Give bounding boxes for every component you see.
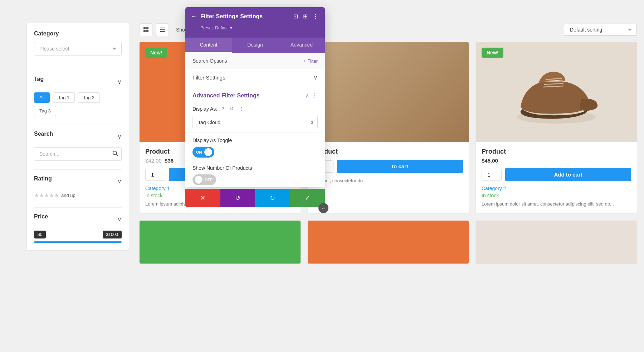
display-as-toggle[interactable]: ON: [192, 147, 214, 158]
price-badges: $0 $1000: [34, 231, 122, 238]
filter-settings-label: Filter Settings: [192, 74, 225, 81]
product-info-3: Product $45.00 Add to cart Category 2 In…: [476, 142, 637, 213]
product-image-2: [308, 42, 469, 142]
panel-body: Search Options + Filter Filter Settings …: [185, 53, 325, 187]
svg-rect-3: [146, 27, 148, 29]
product-desc-2: sit amet, consectetur do...: [313, 177, 463, 184]
advanced-filter-title: Advanced Filter Settings: [192, 92, 260, 99]
sidebar-divider-2: [34, 125, 122, 125]
display-as-select[interactable]: Tag Cloud List Dropdown: [192, 116, 318, 129]
svg-rect-5: [146, 30, 148, 32]
tag-2-button[interactable]: Tag 2: [78, 92, 100, 103]
rating-title: Rating: [34, 175, 52, 182]
panel-header: ← Filter Settings Settings ⊡ ⊞ ⋮: [185, 7, 325, 25]
tag-buttons: All Tag 1 Tag 2 Tag 3: [34, 92, 122, 116]
price-min-badge: $0: [34, 231, 46, 238]
rating-section-header: Rating ∨: [34, 175, 122, 187]
display-as-toggle-label: Display As Toggle: [192, 138, 318, 143]
show-number-label: Show Number Of Products: [192, 165, 318, 171]
product-name-2: Product: [313, 148, 463, 155]
rating-chevron-icon[interactable]: ∨: [117, 178, 122, 185]
display-as-label: Display As: ? ↺ ⋮: [192, 105, 318, 112]
panel-preset-label[interactable]: Preset: Default ▾: [200, 25, 319, 33]
search-title: Search: [34, 131, 53, 137]
category-title: Category: [34, 30, 122, 37]
qty-input-3[interactable]: [482, 169, 502, 181]
rating-row: ★★★★★ and up: [34, 192, 122, 199]
settings-panel: ← Filter Settings Settings ⊡ ⊞ ⋮ Preset:…: [185, 7, 325, 187]
product-card-6: [476, 221, 637, 264]
list-view-button[interactable]: [156, 23, 169, 36]
price-new-3: $45.00: [482, 158, 498, 164]
product-image-wrap-2: [308, 42, 469, 142]
tag-1-button[interactable]: Tag 1: [53, 92, 75, 103]
display-as-reset-icon[interactable]: ↺: [228, 105, 235, 112]
tab-design[interactable]: Design: [232, 38, 278, 53]
product-grid-row-2: [140, 221, 637, 264]
product-category-3[interactable]: Category 2: [482, 185, 631, 191]
qty-cart-row-3: Add to cart: [482, 168, 631, 181]
product-card-3: New! Product $45.00 Add to cart Category…: [476, 42, 637, 213]
sort-select[interactable]: Default sorting Sort by popularity Sort …: [564, 24, 637, 36]
display-as-more-icon[interactable]: ⋮: [238, 105, 245, 112]
add-to-cart-button-2[interactable]: to cart: [337, 160, 463, 173]
search-input-wrap: [34, 147, 122, 161]
tag-title: Tag: [34, 76, 44, 82]
tag-3-button[interactable]: Tag 3: [34, 106, 56, 116]
grid-view-button[interactable]: [140, 23, 152, 36]
product-image-wrap-6: [476, 221, 637, 264]
advanced-filter-dots-icon[interactable]: ⋮: [312, 92, 318, 99]
price-new-1: $38: [165, 158, 174, 164]
toggle-on-text: ON: [196, 150, 202, 154]
search-input[interactable]: [34, 147, 122, 161]
product-image-5: [308, 221, 469, 264]
panel-undo-button[interactable]: ↺: [220, 189, 255, 207]
filter-settings-row[interactable]: Filter Settings ∨: [185, 69, 325, 86]
display-as-select-wrap: Tag Cloud List Dropdown ⇕: [192, 116, 318, 129]
price-section-header: Price ∨: [34, 213, 122, 225]
svg-rect-8: [160, 31, 165, 32]
svg-line-1: [116, 154, 118, 156]
tag-chevron-icon[interactable]: ∨: [117, 78, 122, 85]
svg-rect-6: [160, 28, 165, 28]
panel-cancel-button[interactable]: ✕: [185, 189, 220, 207]
price-chevron-icon[interactable]: ∨: [117, 216, 122, 223]
price-max-badge: $1000: [103, 231, 122, 238]
panel-columns-button[interactable]: ⊞: [302, 12, 308, 20]
price-slider[interactable]: [34, 241, 122, 243]
qty-input-1[interactable]: [145, 169, 165, 181]
search-icon-button[interactable]: [112, 150, 118, 158]
panel-restore-button[interactable]: ⊡: [293, 12, 299, 20]
panel-bottom-bar: ✕ ↺ ↻ ✓: [185, 189, 325, 207]
search-chevron-icon[interactable]: ∨: [117, 133, 122, 140]
qty-cart-row-2: to cart: [313, 160, 463, 173]
show-number-toggle[interactable]: OFF: [192, 174, 216, 185]
product-card-5: [308, 221, 469, 264]
tag-section-header: Tag ∨: [34, 76, 122, 87]
panel-resize-handle[interactable]: ↔: [318, 203, 328, 213]
display-as-text: Display As:: [192, 106, 217, 112]
category-select[interactable]: Please select: [34, 42, 122, 56]
panel-redo-button[interactable]: ↻: [255, 189, 290, 207]
panel-back-button[interactable]: ←: [191, 13, 197, 20]
add-to-cart-button-3[interactable]: Add to cart: [505, 168, 631, 181]
sidebar-divider-4: [34, 207, 122, 208]
add-filter-button[interactable]: + Filter: [303, 58, 318, 64]
tag-all-button[interactable]: All: [34, 92, 50, 103]
display-as-help-icon[interactable]: ?: [220, 105, 225, 112]
advanced-filter-header: Advanced Filter Settings ∧ ⋮: [185, 86, 325, 102]
svg-rect-7: [160, 29, 165, 30]
add-filter-label: + Filter: [303, 58, 318, 64]
product-card-4: [140, 221, 301, 264]
tab-advanced[interactable]: Advanced: [278, 38, 325, 53]
product-price-3: $45.00: [482, 158, 631, 164]
advanced-filter-chevron-icon[interactable]: ∧: [306, 93, 309, 98]
search-options-label: Search Options: [192, 58, 227, 64]
panel-more-button[interactable]: ⋮: [312, 12, 319, 20]
panel-header-icons: ⊡ ⊞ ⋮: [293, 12, 319, 20]
display-as-toggle-row: Display As Toggle ON: [185, 132, 325, 160]
tab-content[interactable]: Content: [185, 38, 232, 53]
product-stock-3: In stock: [482, 193, 631, 198]
search-options-header: Search Options + Filter: [185, 53, 325, 69]
product-info-2: Product to cart sit amet, consectetur do…: [308, 142, 469, 190]
